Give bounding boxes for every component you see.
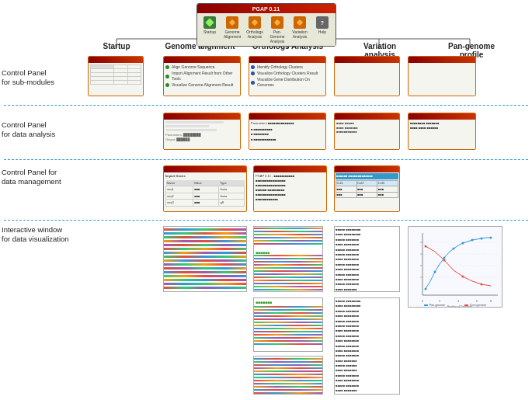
orth-viz-18	[254, 289, 322, 290]
orth-c-line4	[254, 367, 322, 369]
legend-blue-text: Pan-genome	[429, 304, 445, 307]
viz-orthologs-row4: ■■■■■■	[253, 226, 323, 292]
orthologs-item2-text: Visualize Orthology Clusters Result	[257, 71, 318, 76]
genome-alignment-icon	[226, 16, 238, 29]
panel-pangenome-row1-body	[409, 63, 475, 96]
orth-b-line6	[254, 322, 322, 323]
variation-btn[interactable]: VariationAnalysis	[291, 16, 308, 43]
toolbar-titlebar: PGAP 0.11	[197, 4, 336, 13]
orthologs-item1-text: Identify Orthology Clusters	[257, 64, 303, 70]
help-label: Help	[318, 30, 326, 34]
viz-line-16	[164, 287, 246, 289]
viz-line-14	[164, 279, 246, 281]
orth-b-line13	[254, 343, 322, 345]
var-row3-table: Col1Col2Col3 ■■■■■■■■■ ■■■■■■■■■	[336, 180, 398, 199]
viz-line-8	[164, 256, 246, 258]
genome-row1-item1: Align Genome Sequence	[165, 64, 238, 70]
panel-variation-row3-titlebar	[335, 166, 399, 172]
legend-blue	[424, 304, 428, 306]
orthologs-row1-item2: Visualize Orthology Clusters Result	[251, 71, 324, 76]
panel-orthologs-row1-titlebar	[249, 57, 325, 63]
panel-orthologs-row2-titlebar	[249, 113, 325, 120]
viz-line-4	[164, 240, 246, 242]
genome-row2-bar2	[165, 125, 209, 127]
panel-orthologs-row1: Identify Orthology Clusters Visualize Or…	[249, 56, 326, 96]
pan-genome-label: Pan-GenomeAnalysis	[269, 30, 286, 43]
row-label-data-analysis: Control Panelfor data analysis	[2, 120, 79, 140]
orth-c-line8	[254, 380, 322, 381]
panel-variation-row2: ■■■■ ■■■■■■■■■ ■■■■■■■■■■■■■■■■■■	[334, 113, 400, 150]
panel-genome-row3: Import Genes NameValueType seq1■■■fasta …	[163, 165, 247, 212]
orth-c-line2	[254, 361, 322, 363]
viz-line-1	[164, 228, 246, 231]
viz-line-11	[164, 267, 246, 270]
panel-variation-row3: ■■■■■■ ■■■■■■■■■■■■■ Col1Col2Col3 ■■■■■■…	[334, 165, 400, 212]
panel-variation-row1-body	[335, 63, 399, 96]
orth-b-line3	[254, 312, 322, 314]
dot1	[165, 65, 169, 69]
pangenome-chart-svg: 0 2 4 6 8 Pan-genome Core genome Number …	[409, 227, 502, 308]
dot-8	[490, 237, 492, 239]
orth-viz-12	[254, 270, 322, 272]
panel-orthologs-row3-body: PGAP 0.11 - ■■■■■■■■■■■■■■■■■■■■■■■■■■■■…	[254, 172, 326, 211]
panel-pangenome-row2: ■■■■■■■■ ■■■■■■■■■■■ ■■■■ ■■■■■■	[408, 113, 476, 150]
panel-variation-row1-titlebar	[335, 57, 399, 63]
orth-viz-3	[254, 234, 322, 235]
panel-genome-row3-body: Import Genes NameValueType seq1■■■fasta …	[164, 172, 246, 211]
orth-b-line2	[254, 309, 322, 311]
panel-pangenome-row1	[408, 56, 476, 96]
genome-item1-text: Align Genome Sequence	[172, 64, 215, 70]
orth-b-line9	[254, 331, 322, 332]
orth-b-line10	[254, 334, 322, 336]
orthologs-label: OrthologsAnalysis	[246, 30, 263, 39]
orth-c-line9	[254, 383, 322, 384]
panel-startup-row1-body	[89, 63, 143, 96]
genome-alignment-label: GenomeAlignment	[224, 30, 241, 39]
orthologs-item3-text: Visualize Gene Distribution On Genomes	[257, 77, 324, 88]
startup-btn[interactable]: Startup	[201, 16, 218, 43]
help-icon: ?	[316, 16, 329, 29]
orthologs-row1-item1: Identify Orthology Clusters	[251, 64, 324, 70]
orthologs-row1-item3: Visualize Gene Distribution On Genomes	[251, 77, 324, 88]
orthologs-icon	[249, 16, 261, 29]
panel-orthologs-row3: PGAP 0.11 - ■■■■■■■■■■■■■■■■■■■■■■■■■■■■…	[253, 165, 327, 212]
dot-1	[425, 288, 427, 290]
orth-c-line7	[254, 377, 322, 378]
viz-line-6	[164, 248, 246, 250]
genome-row2-bar3	[165, 129, 217, 131]
startup-table	[90, 64, 141, 85]
orth-viz-10	[254, 264, 322, 266]
orth-viz-15	[254, 280, 322, 281]
genome-alignment-btn[interactable]: GenomeAlignment	[224, 16, 241, 43]
viz-line-2	[164, 232, 246, 235]
genome-row2-text2: Output: ██████	[165, 137, 238, 142]
dot-orth3	[251, 81, 255, 85]
orth-viz-7	[254, 255, 322, 256]
dot-r1	[425, 245, 427, 248]
help-btn[interactable]: ? Help	[314, 16, 331, 43]
orth-c-line10	[254, 386, 322, 388]
orth-viz-14	[254, 277, 322, 278]
panel-pangenome-row2-titlebar	[409, 113, 475, 120]
panel-orthologs-row3-titlebar	[254, 166, 326, 172]
pan-genome-btn[interactable]: Pan-GenomeAnalysis	[269, 16, 286, 43]
viz-line-3	[164, 236, 246, 238]
panel-orthologs-row1-body: Identify Orthology Clusters Visualize Or…	[249, 63, 325, 96]
orth-viz-17	[254, 286, 322, 287]
dot-orth2	[251, 71, 255, 75]
dot-2	[434, 271, 436, 273]
orth-row3-text: PGAP 0.11 - ■■■■■■■■■■■■■■■■■■■■■■■■■■■■…	[256, 174, 325, 202]
main-toolbar-window[interactable]: PGAP 0.11 Startup GenomeAlignment Orthol…	[196, 3, 336, 47]
panel-genome-row1: Align Genome Sequence Import Alignment R…	[163, 56, 241, 96]
viz-genome-row4	[163, 226, 247, 292]
row-label-visualization: Interactive windowfor data visualization	[2, 225, 79, 245]
orth-b-line11	[254, 337, 322, 339]
orthologs-btn[interactable]: OrthologsAnalysis	[246, 16, 263, 43]
panel-variation-row2-titlebar	[335, 113, 399, 120]
orth-viz-6	[254, 243, 322, 245]
viz-orthologs-row4c	[253, 356, 323, 395]
genome-item3-text: Visualize Genome Alignment Result	[172, 82, 233, 88]
orth-viz-11	[254, 267, 322, 269]
orth-row2-label2: ■ ■■■■■■■■■■	[251, 127, 324, 132]
orth-viz-4	[254, 237, 322, 238]
